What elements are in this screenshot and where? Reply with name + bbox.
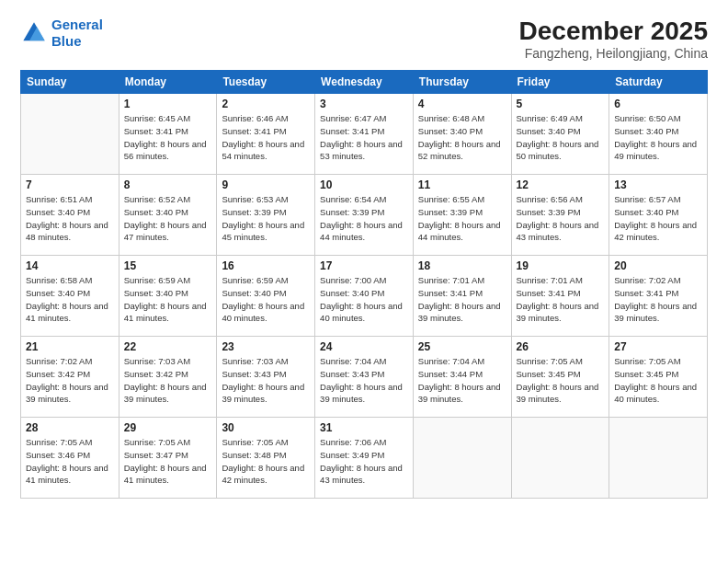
day-number: 4 [418, 98, 506, 110]
day-number: 21 [26, 340, 114, 353]
day-number: 17 [320, 259, 408, 272]
day-info: Sunrise: 7:05 AMSunset: 3:45 PMDaylight:… [517, 355, 605, 406]
day-info: Sunrise: 6:50 AMSunset: 3:40 PMDaylight:… [614, 112, 702, 163]
calendar-cell: 27Sunrise: 7:05 AMSunset: 3:45 PMDayligh… [609, 337, 708, 418]
day-number: 29 [124, 421, 212, 434]
day-number: 12 [517, 178, 605, 191]
day-number: 3 [320, 98, 408, 110]
day-number: 23 [222, 340, 310, 353]
day-info: Sunrise: 6:56 AMSunset: 3:39 PMDaylight:… [517, 193, 605, 244]
day-number: 27 [614, 340, 702, 353]
col-thursday: Thursday [413, 71, 511, 94]
calendar-cell: 11Sunrise: 6:55 AMSunset: 3:39 PMDayligh… [413, 175, 511, 256]
month-year-title: December 2025 [519, 17, 708, 46]
calendar-cell: 15Sunrise: 6:59 AMSunset: 3:40 PMDayligh… [119, 256, 217, 337]
calendar-cell [609, 418, 708, 499]
calendar-cell [413, 418, 511, 499]
day-info: Sunrise: 7:05 AMSunset: 3:47 PMDaylight:… [124, 436, 212, 487]
day-number: 10 [320, 178, 408, 191]
col-friday: Friday [511, 71, 609, 94]
day-number: 13 [614, 178, 702, 191]
calendar-cell: 5Sunrise: 6:49 AMSunset: 3:40 PMDaylight… [511, 94, 609, 175]
day-number: 15 [124, 259, 212, 272]
calendar-cell: 6Sunrise: 6:50 AMSunset: 3:40 PMDaylight… [609, 94, 708, 175]
calendar-cell: 29Sunrise: 7:05 AMSunset: 3:47 PMDayligh… [119, 418, 217, 499]
day-info: Sunrise: 7:05 AMSunset: 3:45 PMDaylight:… [614, 355, 702, 406]
day-info: Sunrise: 7:03 AMSunset: 3:42 PMDaylight:… [124, 355, 212, 406]
header: General Blue December 2025 Fangzheng, He… [20, 17, 708, 61]
day-info: Sunrise: 7:02 AMSunset: 3:41 PMDaylight:… [614, 274, 702, 325]
calendar-cell: 10Sunrise: 6:54 AMSunset: 3:39 PMDayligh… [315, 175, 414, 256]
day-number: 19 [517, 259, 605, 272]
calendar-week-row: 7Sunrise: 6:51 AMSunset: 3:40 PMDaylight… [21, 175, 708, 256]
day-info: Sunrise: 7:01 AMSunset: 3:41 PMDaylight:… [517, 274, 605, 325]
calendar-cell: 3Sunrise: 6:47 AMSunset: 3:41 PMDaylight… [315, 94, 414, 175]
day-info: Sunrise: 6:53 AMSunset: 3:39 PMDaylight:… [222, 193, 310, 244]
calendar-cell: 24Sunrise: 7:04 AMSunset: 3:43 PMDayligh… [315, 337, 414, 418]
logo: General Blue [20, 17, 103, 50]
day-number: 16 [222, 259, 310, 272]
day-info: Sunrise: 6:55 AMSunset: 3:39 PMDaylight:… [418, 193, 506, 244]
calendar-cell: 22Sunrise: 7:03 AMSunset: 3:42 PMDayligh… [119, 337, 217, 418]
calendar-cell: 14Sunrise: 6:58 AMSunset: 3:40 PMDayligh… [21, 256, 119, 337]
day-info: Sunrise: 7:00 AMSunset: 3:40 PMDaylight:… [320, 274, 408, 325]
day-number: 5 [517, 98, 605, 110]
calendar-cell: 7Sunrise: 6:51 AMSunset: 3:40 PMDaylight… [21, 175, 119, 256]
day-number: 14 [26, 259, 114, 272]
col-saturday: Saturday [609, 71, 708, 94]
calendar-cell: 12Sunrise: 6:56 AMSunset: 3:39 PMDayligh… [511, 175, 609, 256]
calendar-cell [511, 418, 609, 499]
day-number: 2 [222, 98, 310, 110]
day-info: Sunrise: 7:03 AMSunset: 3:43 PMDaylight:… [222, 355, 310, 406]
day-number: 18 [418, 259, 506, 272]
day-number: 20 [614, 259, 702, 272]
calendar-cell: 9Sunrise: 6:53 AMSunset: 3:39 PMDaylight… [217, 175, 315, 256]
day-number: 25 [418, 340, 506, 353]
calendar-table: Sunday Monday Tuesday Wednesday Thursday… [20, 70, 708, 499]
day-number: 24 [320, 340, 408, 353]
day-info: Sunrise: 6:52 AMSunset: 3:40 PMDaylight:… [124, 193, 212, 244]
calendar-cell: 8Sunrise: 6:52 AMSunset: 3:40 PMDaylight… [119, 175, 217, 256]
day-info: Sunrise: 6:46 AMSunset: 3:41 PMDaylight:… [222, 112, 310, 163]
calendar-cell: 19Sunrise: 7:01 AMSunset: 3:41 PMDayligh… [511, 256, 609, 337]
day-number: 7 [26, 178, 114, 191]
calendar-week-row: 1Sunrise: 6:45 AMSunset: 3:41 PMDaylight… [21, 94, 708, 175]
calendar-week-row: 21Sunrise: 7:02 AMSunset: 3:42 PMDayligh… [21, 337, 708, 418]
calendar-cell: 17Sunrise: 7:00 AMSunset: 3:40 PMDayligh… [315, 256, 414, 337]
day-number: 6 [614, 98, 702, 110]
calendar-cell: 31Sunrise: 7:06 AMSunset: 3:49 PMDayligh… [315, 418, 414, 499]
day-number: 22 [124, 340, 212, 353]
page: General Blue December 2025 Fangzheng, He… [0, 0, 728, 563]
logo-text: General Blue [51, 17, 103, 50]
day-info: Sunrise: 6:59 AMSunset: 3:40 PMDaylight:… [222, 274, 310, 325]
day-number: 28 [26, 421, 114, 434]
calendar-cell: 26Sunrise: 7:05 AMSunset: 3:45 PMDayligh… [511, 337, 609, 418]
day-number: 9 [222, 178, 310, 191]
day-number: 30 [222, 421, 310, 434]
calendar-cell: 21Sunrise: 7:02 AMSunset: 3:42 PMDayligh… [21, 337, 119, 418]
col-tuesday: Tuesday [217, 71, 315, 94]
calendar-cell: 20Sunrise: 7:02 AMSunset: 3:41 PMDayligh… [609, 256, 708, 337]
calendar-cell: 25Sunrise: 7:04 AMSunset: 3:44 PMDayligh… [413, 337, 511, 418]
calendar-cell: 2Sunrise: 6:46 AMSunset: 3:41 PMDaylight… [217, 94, 315, 175]
day-info: Sunrise: 6:47 AMSunset: 3:41 PMDaylight:… [320, 112, 408, 163]
calendar-cell: 28Sunrise: 7:05 AMSunset: 3:46 PMDayligh… [21, 418, 119, 499]
day-info: Sunrise: 6:59 AMSunset: 3:40 PMDaylight:… [124, 274, 212, 325]
day-info: Sunrise: 6:58 AMSunset: 3:40 PMDaylight:… [26, 274, 114, 325]
day-info: Sunrise: 6:49 AMSunset: 3:40 PMDaylight:… [517, 112, 605, 163]
day-info: Sunrise: 6:54 AMSunset: 3:39 PMDaylight:… [320, 193, 408, 244]
col-sunday: Sunday [21, 71, 119, 94]
day-info: Sunrise: 6:48 AMSunset: 3:40 PMDaylight:… [418, 112, 506, 163]
day-info: Sunrise: 7:02 AMSunset: 3:42 PMDaylight:… [26, 355, 114, 406]
logo-icon [20, 19, 48, 47]
day-info: Sunrise: 6:51 AMSunset: 3:40 PMDaylight:… [26, 193, 114, 244]
calendar-week-row: 14Sunrise: 6:58 AMSunset: 3:40 PMDayligh… [21, 256, 708, 337]
calendar-header-row: Sunday Monday Tuesday Wednesday Thursday… [21, 71, 708, 94]
day-info: Sunrise: 7:04 AMSunset: 3:44 PMDaylight:… [418, 355, 506, 406]
calendar-week-row: 28Sunrise: 7:05 AMSunset: 3:46 PMDayligh… [21, 418, 708, 499]
calendar-cell: 23Sunrise: 7:03 AMSunset: 3:43 PMDayligh… [217, 337, 315, 418]
col-wednesday: Wednesday [315, 71, 414, 94]
day-info: Sunrise: 7:04 AMSunset: 3:43 PMDaylight:… [320, 355, 408, 406]
calendar-cell: 13Sunrise: 6:57 AMSunset: 3:40 PMDayligh… [609, 175, 708, 256]
day-number: 1 [124, 98, 212, 110]
